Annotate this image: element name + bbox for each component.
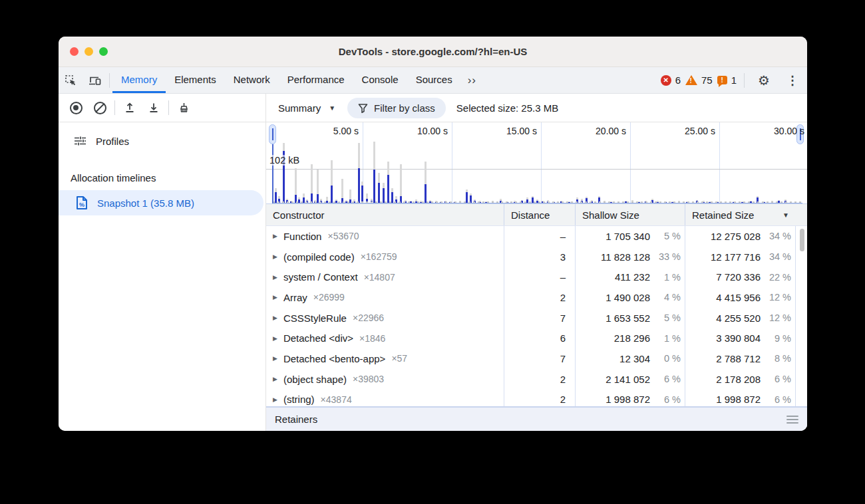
disclosure-triangle-icon[interactable]: ▶ [273, 233, 277, 239]
tab-label: Performance [287, 74, 345, 85]
more-tabs-button[interactable]: ›› [461, 67, 483, 93]
shallow-size-cell: 11 828 128 33 % [576, 247, 685, 267]
heap-table-row[interactable]: ▶ Detached <div> ×1846 6 218 296 1 % 3 3… [266, 328, 807, 348]
time-axis-label: 5.00 s [303, 126, 359, 136]
minimize-window-button[interactable] [85, 47, 93, 56]
issues-badge[interactable]: ! 1 [717, 74, 737, 86]
tab-sources[interactable]: Sources [407, 67, 461, 93]
disclosure-triangle-icon[interactable]: ▶ [273, 355, 277, 362]
column-header-shallow-size[interactable]: Shallow Size [576, 204, 685, 225]
constructor-cell: ▶ Function ×53670 [266, 226, 504, 247]
range-handle-left[interactable] [269, 124, 276, 144]
tab-performance[interactable]: Performance [279, 67, 353, 93]
retained-size-cell: 3 390 804 9 % [685, 328, 796, 348]
retainers-bar[interactable]: Retainers [266, 407, 807, 431]
devtools-window: DevTools - store.google.com/?hl=en-US Me… [59, 37, 807, 431]
profiles-sidebar: Profiles Allocation timelines % Snapshot… [59, 122, 266, 431]
tab-network[interactable]: Network [225, 67, 279, 93]
constructor-cell: ▶ (object shape) ×39803 [266, 369, 504, 390]
retained-size-percent: 6 % [761, 394, 791, 405]
heap-table-row[interactable]: ▶ Array ×26999 2 1 490 028 4 % 4 415 956… [266, 287, 807, 308]
heap-table-row[interactable]: ▶ system / Context ×14807 – 411 232 1 % … [266, 267, 807, 287]
constructor-cell: ▶ Detached <bento-app> ×57 [266, 348, 504, 369]
shallow-size-cell: 218 296 1 % [576, 328, 685, 348]
column-header-retained-size[interactable]: Retained Size ▼ [685, 204, 796, 225]
tab-label: Elements [174, 74, 216, 85]
toggle-device-toolbar-icon[interactable] [83, 67, 106, 93]
instance-count: ×162759 [361, 251, 397, 262]
error-badge[interactable]: ✕ 6 [661, 74, 681, 86]
distance-cell: 2 [504, 287, 576, 308]
constructor-name: CSSStyleRule [283, 313, 347, 324]
issues-icon: ! [717, 76, 727, 84]
sidebar-item-profiles[interactable]: Profiles [59, 129, 265, 153]
constructor-name: Array [283, 292, 307, 303]
retained-size-value: 12 177 716 [711, 251, 761, 263]
heap-table-row[interactable]: ▶ Detached <bento-app> ×57 7 12 304 0 % … [266, 348, 807, 369]
toolbar-left-section [59, 94, 266, 122]
tab-memory[interactable]: Memory [112, 67, 166, 93]
allocation-bar [383, 183, 385, 203]
tune-icon [73, 134, 87, 148]
clear-brush-icon[interactable] [172, 102, 196, 114]
clear-profiles-icon[interactable] [88, 102, 112, 114]
allocation-timeline-chart[interactable]: 102 kB 5.00 s10.00 s15.00 s20.00 s25.00 … [266, 122, 807, 203]
column-header-distance[interactable]: Distance [504, 204, 576, 225]
close-window-button[interactable] [70, 47, 79, 56]
perspective-select[interactable]: Summary ▼ [278, 102, 335, 114]
warning-badge[interactable]: 75 [685, 74, 713, 86]
sidebar-item-snapshot[interactable]: % Snapshot 1 (35.8 MB) [59, 190, 263, 215]
instance-count: ×1846 [359, 333, 385, 344]
tab-elements[interactable]: Elements [166, 67, 225, 93]
warning-count: 75 [701, 74, 713, 86]
record-heap-icon[interactable] [64, 102, 88, 114]
disclosure-triangle-icon[interactable]: ▶ [273, 294, 277, 301]
allocation-bar [349, 189, 351, 203]
hamburger-icon[interactable] [786, 416, 798, 424]
heap-table-row[interactable]: ▶ (compiled code) ×162759 3 11 828 128 3… [266, 247, 807, 267]
save-profile-icon[interactable] [142, 102, 166, 114]
distance-cell: 6 [504, 328, 576, 348]
retained-size-percent: 6 % [761, 374, 791, 384]
inspect-element-icon[interactable] [59, 67, 83, 93]
zoom-window-button[interactable] [99, 47, 108, 56]
heap-table-row[interactable]: ▶ (string) ×43874 2 1 998 872 6 % 1 998 … [266, 390, 807, 408]
allocation-bar [361, 182, 363, 203]
settings-gear-icon[interactable]: ⚙ [752, 72, 776, 88]
kebab-menu-icon[interactable]: ⋮ [780, 73, 804, 88]
heap-table-row[interactable]: ▶ (object shape) ×39803 2 2 141 052 6 % … [266, 369, 807, 390]
vertical-scrollbar-thumb[interactable] [800, 229, 804, 251]
retained-size-percent: 34 % [761, 231, 791, 241]
shallow-size-cell: 1 490 028 4 % [576, 287, 685, 308]
disclosure-triangle-icon[interactable]: ▶ [273, 253, 277, 260]
distance-cell: 2 [504, 390, 576, 408]
disclosure-triangle-icon[interactable]: ▶ [273, 315, 277, 321]
scrollbar-gutter-cell [796, 390, 807, 408]
divider [109, 73, 110, 88]
tab-console[interactable]: Console [353, 67, 407, 93]
selected-size-label: Selected size: 25.3 MB [456, 102, 558, 114]
allocation-bar [391, 188, 393, 203]
filter-by-class-input[interactable]: Filter by class [347, 98, 446, 118]
heap-table-body: ▶ Function ×53670 – 1 705 340 5 % 12 275… [266, 226, 807, 407]
load-profile-icon[interactable] [118, 102, 142, 114]
disclosure-triangle-icon[interactable]: ▶ [273, 335, 277, 342]
constructor-cell: ▶ Array ×26999 [266, 287, 504, 308]
title-bar: DevTools - store.google.com/?hl=en-US [59, 37, 807, 67]
constructor-name: Detached <div> [283, 332, 353, 344]
allocation-bar [275, 188, 277, 203]
column-header-constructor[interactable]: Constructor [266, 204, 504, 225]
disclosure-triangle-icon[interactable]: ▶ [273, 274, 277, 281]
shallow-size-cell: 1 653 552 5 % [576, 308, 685, 328]
heap-table-row[interactable]: ▶ CSSStyleRule ×22966 7 1 653 552 5 % 4 … [266, 308, 807, 328]
disclosure-triangle-icon[interactable]: ▶ [273, 376, 277, 382]
status-badges: ✕ 6 75 ! 1 ⚙ ⋮ [661, 67, 807, 93]
error-icon: ✕ [661, 75, 671, 86]
disclosure-triangle-icon[interactable]: ▶ [273, 396, 277, 403]
time-axis-label: 25.00 s [659, 126, 715, 136]
allocation-bar [373, 142, 375, 203]
allocation-bar [311, 164, 313, 203]
allocation-bar [283, 143, 285, 203]
heap-table-row[interactable]: ▶ Function ×53670 – 1 705 340 5 % 12 275… [266, 226, 807, 247]
constructor-cell: ▶ system / Context ×14807 [266, 267, 504, 287]
